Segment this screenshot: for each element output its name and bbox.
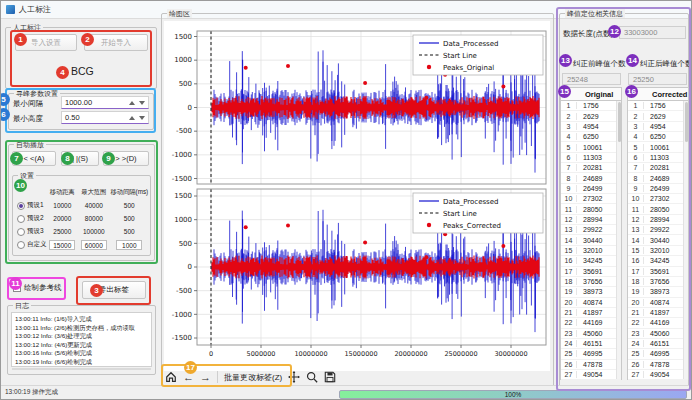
svg-text:-500: -500 [176, 287, 192, 295]
min-height-spinbox[interactable]: 0.50 [61, 111, 149, 124]
table-row[interactable]: 1634245 [561, 256, 621, 266]
table-row[interactable]: 611303 [561, 153, 621, 163]
min-interval-spinbox[interactable]: 1000.00 [61, 96, 149, 109]
table-row[interactable]: 1735691 [628, 267, 688, 277]
table-row[interactable]: 2546995 [628, 349, 688, 359]
table-row[interactable]: 2749054 [561, 370, 621, 380]
table-row[interactable]: 510061 [628, 142, 688, 152]
save-button[interactable] [324, 371, 336, 383]
preset-input[interactable]: 1000 [116, 240, 142, 250]
reference-line-label: 绘制参考线 [24, 283, 62, 293]
chart-bottom[interactable]: 150010005000-500-1000-150005000000100000… [161, 187, 551, 363]
spin-up-icon[interactable] [129, 101, 135, 105]
table-row[interactable]: 2141897 [628, 308, 688, 318]
table-row[interactable]: 824689 [628, 173, 688, 183]
table-row[interactable]: 2749054 [628, 370, 688, 380]
table-row[interactable]: 2244169 [561, 318, 621, 328]
table-row[interactable]: 2647878 [628, 360, 688, 370]
table-row[interactable]: 2446151 [561, 339, 621, 349]
spin-down-icon[interactable] [139, 101, 145, 105]
preset-row[interactable]: 预设325000100000500 [14, 225, 149, 238]
data-length-field: 33003000 [619, 26, 686, 39]
svg-text:0: 0 [188, 263, 192, 271]
table-row[interactable]: 2040874 [628, 298, 688, 308]
preset-input[interactable]: 15000 [49, 240, 75, 250]
svg-text:15000000: 15000000 [344, 350, 377, 358]
table-row[interactable]: 1228994 [628, 215, 688, 225]
svg-text:Start Line: Start Line [443, 210, 477, 218]
table-row[interactable]: 2446151 [628, 339, 688, 349]
table-row[interactable]: 22629 [561, 111, 621, 121]
group-peak-params-title: 寻峰参数设置 [14, 89, 60, 98]
zoom-button[interactable] [306, 371, 318, 383]
table-row[interactable]: 720281 [561, 163, 621, 173]
table-row[interactable]: 1735691 [561, 267, 621, 277]
table-row[interactable]: 1027302 [561, 194, 621, 204]
table-row[interactable]: 46250 [628, 132, 688, 142]
preset-row[interactable]: 自定义15000600001000 [14, 238, 149, 251]
table-row[interactable]: 34954 [561, 122, 621, 132]
annotation-callout: 7 [10, 152, 23, 165]
pan-button[interactable] [288, 371, 300, 383]
annotation-callout: 2 [81, 33, 94, 46]
preset-input[interactable]: 60000 [81, 240, 107, 250]
log-hscrollbar[interactable] [12, 368, 151, 370]
table-row[interactable]: 2345060 [628, 329, 688, 339]
forward-button[interactable]: → [200, 372, 211, 383]
table-row[interactable]: 46250 [561, 132, 621, 142]
table-row[interactable]: 34954 [628, 122, 688, 132]
table-row[interactable]: 1837656 [628, 277, 688, 287]
preset-radio[interactable] [17, 202, 25, 210]
table-row[interactable]: 1532010 [561, 246, 621, 256]
table-row[interactable]: 2244169 [628, 318, 688, 328]
table-row[interactable]: 2647878 [561, 360, 621, 370]
spin-down-icon[interactable] [139, 116, 145, 120]
table-row[interactable]: 11756 [561, 101, 621, 111]
table-row[interactable]: 11756 [628, 101, 688, 111]
table-row[interactable]: 2546995 [561, 349, 621, 359]
svg-text:5000000: 5000000 [247, 350, 276, 358]
table-row[interactable]: 1634245 [628, 256, 688, 266]
scrollbar[interactable] [616, 101, 621, 379]
table-row[interactable]: 1128050 [628, 204, 688, 214]
table-row[interactable]: 1532010 [628, 246, 688, 256]
table-row[interactable]: 1329922 [628, 225, 688, 235]
original-peaks-table: Original 1175622629349544625051006161130… [560, 87, 622, 380]
table-row[interactable]: 2141897 [561, 308, 621, 318]
scrollbar[interactable] [683, 101, 688, 379]
annotation-callout: 4 [56, 66, 69, 79]
table-row[interactable]: 1938973 [561, 287, 621, 297]
table-row[interactable]: 824689 [561, 173, 621, 183]
table-row[interactable]: 510061 [561, 142, 621, 152]
spin-up-icon[interactable] [129, 116, 135, 120]
app-icon [6, 5, 15, 14]
group-plot-title: 绘图区 [167, 9, 192, 18]
preset-radio[interactable] [17, 241, 25, 249]
chart-top[interactable]: 150010005000-500-1000-1500Data_Processed… [161, 25, 551, 187]
table-row[interactable]: 1027302 [628, 194, 688, 204]
preset-row[interactable]: 预设22000080000500 [14, 212, 149, 225]
table-row[interactable]: 926499 [628, 184, 688, 194]
log-line: 13:00:19 Info: (6/6)绘制完成 [15, 358, 148, 367]
table-row[interactable]: 1837656 [561, 277, 621, 287]
table-row[interactable]: 720281 [628, 163, 688, 173]
toolbar-separator [217, 371, 218, 383]
presets-header: 移动距离 最大范围 移动间隔(ms) [14, 186, 149, 199]
table-row[interactable]: 1430440 [561, 235, 621, 245]
table-row[interactable]: 1228994 [561, 215, 621, 225]
table-row[interactable]: 22629 [628, 111, 688, 121]
table-row[interactable]: 2040874 [561, 298, 621, 308]
preset-row[interactable]: 预设11000040000500 [14, 199, 149, 212]
log-line: 13:00:12 Info: (3/6)处理完成 [15, 332, 148, 341]
batch-edit-button[interactable]: 批量更改标签(Z) [224, 372, 282, 383]
preset-radio[interactable] [17, 228, 25, 236]
table-row[interactable]: 1430440 [628, 235, 688, 245]
table-row[interactable]: 1329922 [561, 225, 621, 235]
table-row[interactable]: 2345060 [561, 329, 621, 339]
table-row[interactable]: 611303 [628, 153, 688, 163]
preset-radio[interactable] [17, 215, 25, 223]
table-row[interactable]: 926499 [561, 184, 621, 194]
home-button[interactable] [165, 371, 177, 383]
table-row[interactable]: 1128050 [561, 204, 621, 214]
table-row[interactable]: 1938973 [628, 287, 688, 297]
